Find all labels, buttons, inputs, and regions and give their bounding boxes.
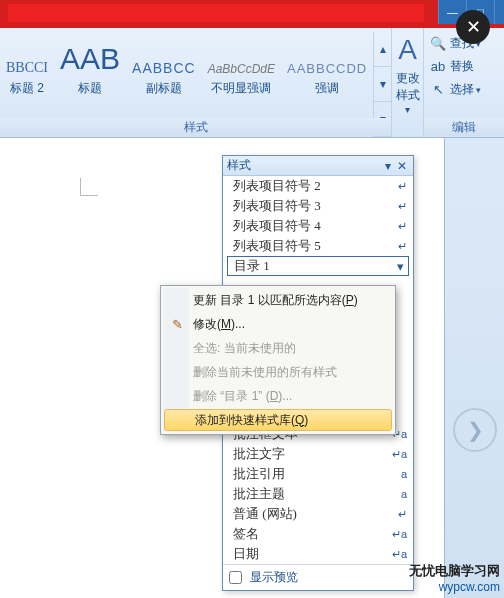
style-item-label: 目录 1 — [234, 257, 397, 275]
style-item[interactable]: 批注文字↵a — [223, 444, 413, 464]
style-item[interactable]: 日期↵a — [223, 544, 413, 564]
ribbon: BBCCI标题 2AAB标题AABBCC副标题AaBbCcDdE不明显强调AAB… — [0, 28, 504, 138]
select-label: 选择 — [450, 81, 474, 98]
styles-pane-title: 样式 — [227, 157, 381, 174]
style-item-label: 签名 — [233, 525, 392, 543]
style-item-marker: ↵ — [398, 508, 407, 521]
style-item-marker: ↵a — [392, 448, 407, 461]
watermark: 无忧电脑学习网 wypcw.com — [409, 562, 500, 594]
right-column: ❯ — [444, 138, 504, 598]
menu-label: 删除 “目录 1” (D)... — [193, 388, 292, 405]
gallery-preview: AaBbCcDdE — [208, 62, 275, 76]
show-preview-input[interactable] — [229, 571, 242, 584]
style-item-label: 列表项目符号 2 — [233, 177, 398, 195]
style-item[interactable]: 列表项目符号 3↵ — [223, 196, 413, 216]
title-strip — [8, 4, 424, 22]
style-item-marker: ↵a — [392, 548, 407, 561]
style-item-label: 普通 (网站) — [233, 505, 398, 523]
style-gallery: BBCCI标题 2AAB标题AABBCC副标题AaBbCcDdE不明显强调AAB… — [0, 28, 392, 137]
select-button[interactable]: ↖ 选择 ▾ — [430, 78, 500, 101]
replace-label: 替换 — [450, 58, 474, 75]
menu-label: 全选: 当前未使用的 — [193, 340, 296, 357]
style-item-marker: a — [401, 468, 407, 480]
style-item-marker: a — [401, 488, 407, 500]
style-item-marker: ↵ — [398, 220, 407, 233]
menu-add-to-quick-styles[interactable]: 添加到快速样式库(Q) — [164, 409, 392, 431]
style-item-marker: ↵ — [398, 240, 407, 253]
next-page-circle-button[interactable]: ❯ — [453, 408, 497, 452]
watermark-line1: 无忧电脑学习网 — [409, 562, 500, 580]
style-item-label: 列表项目符号 3 — [233, 197, 398, 215]
gallery-item-name: 不明显强调 — [208, 80, 275, 97]
group-label-styles: 样式 — [0, 118, 391, 136]
menu-select-all: 全选: 当前未使用的 — [163, 336, 393, 360]
style-item-label: 日期 — [233, 545, 392, 563]
window-edge — [494, 0, 504, 24]
styles-list-above: 列表项目符号 2↵列表项目符号 3↵列表项目符号 4↵列表项目符号 5↵ — [223, 176, 413, 256]
style-item[interactable]: 列表项目符号 4↵ — [223, 216, 413, 236]
menu-label: 修改(M)... — [193, 316, 245, 333]
editing-group: 🔍 查找 ▾ ab 替换 ↖ 选择 ▾ 编辑 — [424, 28, 504, 137]
menu-label: 添加到快速样式库(Q) — [195, 412, 308, 429]
cursor-icon: ↖ — [430, 82, 446, 97]
style-item-label: 批注引用 — [233, 465, 401, 483]
modify-icon: ✎ — [168, 315, 186, 333]
gallery-item-name: 标题 2 — [6, 80, 48, 97]
style-item-label: 列表项目符号 5 — [233, 237, 398, 255]
styles-pane-close-button[interactable]: ✕ — [395, 159, 409, 173]
styles-pane-menu-button[interactable]: ▾ — [381, 159, 395, 173]
replace-icon: ab — [430, 59, 446, 74]
chevron-right-icon: ❯ — [467, 418, 484, 442]
watermark-line2: wypcw.com — [409, 580, 500, 594]
binoculars-icon: 🔍 — [430, 36, 446, 51]
style-item-label: 批注主题 — [233, 485, 401, 503]
gallery-down-button[interactable]: ▾ — [374, 67, 391, 102]
gallery-preview: AABBCC — [132, 60, 196, 76]
menu-update-to-match[interactable]: 更新 目录 1 以匹配所选内容(P) — [163, 288, 393, 312]
style-item-label: 批注文字 — [233, 445, 392, 463]
menu-delete-style: 删除 “目录 1” (D)... — [163, 384, 393, 408]
gallery-up-button[interactable]: ▴ — [374, 32, 391, 67]
style-item[interactable]: 签名↵a — [223, 524, 413, 544]
group-label-editing: 编辑 — [424, 118, 504, 136]
styles-pane-titlebar: 样式 ▾ ✕ — [223, 156, 413, 176]
change-styles-button[interactable]: A 更改样式 ▾ — [392, 28, 424, 137]
style-item-marker: ↵ — [398, 200, 407, 213]
gallery-preview: BBCCI — [6, 60, 48, 76]
change-styles-icon: A — [392, 34, 423, 66]
menu-delete-all-unused: 删除当前未使用的所有样式 — [163, 360, 393, 384]
style-item-marker: ↵a — [392, 528, 407, 541]
styles-list-below: 批注框文本↵a批注文字↵a批注引用a批注主题a普通 (网站)↵签名↵a日期↵a — [223, 424, 413, 564]
show-preview-label: 显示预览 — [250, 569, 298, 586]
title-bar: — □ — [0, 0, 504, 28]
menu-label: 更新 目录 1 以匹配所选内容(P) — [193, 292, 358, 309]
style-item[interactable]: 列表项目符号 2↵ — [223, 176, 413, 196]
style-item-marker: ↵ — [398, 180, 407, 193]
gallery-item-name: 强调 — [287, 80, 367, 97]
replace-button[interactable]: ab 替换 — [430, 55, 500, 78]
style-item-dropdown-icon[interactable]: ▾ — [397, 259, 404, 274]
show-preview-checkbox[interactable]: 显示预览 — [223, 565, 413, 590]
style-context-menu: 更新 目录 1 以匹配所选内容(P) ✎ 修改(M)... 全选: 当前未使用的… — [160, 285, 396, 435]
change-styles-label: 更改样式 — [392, 70, 423, 104]
close-overlay-button[interactable]: ✕ — [456, 10, 490, 44]
gallery-preview: AAB — [60, 42, 120, 76]
style-item[interactable]: 普通 (网站)↵ — [223, 504, 413, 524]
gallery-item-name: 副标题 — [132, 80, 196, 97]
menu-label: 删除当前未使用的所有样式 — [193, 364, 337, 381]
style-item[interactable]: 批注主题a — [223, 484, 413, 504]
gallery-preview: AABBCCDD — [287, 61, 367, 76]
style-item[interactable]: 列表项目符号 5↵ — [223, 236, 413, 256]
style-item-selected[interactable]: 目录 1 ▾ — [227, 256, 409, 276]
page-corner-mark — [80, 178, 98, 196]
style-item[interactable]: 批注引用a — [223, 464, 413, 484]
gallery-item-name: 标题 — [60, 80, 120, 97]
menu-modify[interactable]: ✎ 修改(M)... — [163, 312, 393, 336]
style-item-label: 列表项目符号 4 — [233, 217, 398, 235]
